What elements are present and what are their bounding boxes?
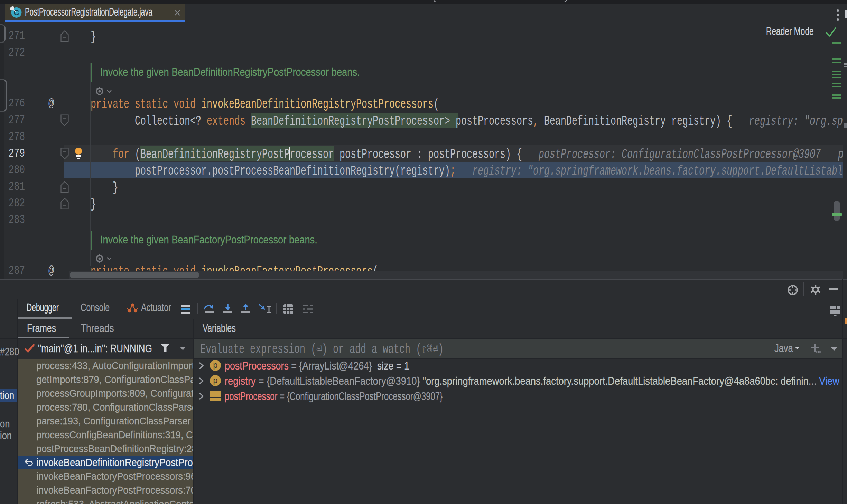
svg-text:C: C (14, 8, 19, 17)
